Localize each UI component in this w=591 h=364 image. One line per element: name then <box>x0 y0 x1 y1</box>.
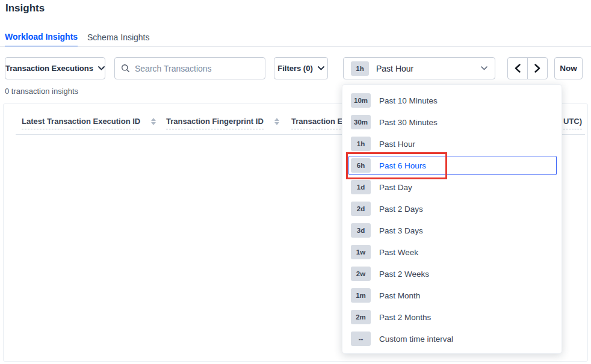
interval-label: Past Day <box>379 183 412 192</box>
interval-label: Past 3 Days <box>379 226 423 235</box>
sort-icon <box>274 118 279 125</box>
interval-badge: 2d <box>351 202 371 216</box>
interval-label: Past 6 Hours <box>379 161 426 170</box>
entity-select-button[interactable]: Transaction Executions <box>5 57 105 79</box>
interval-badge: 1w <box>351 245 371 259</box>
now-button[interactable]: Now <box>554 57 583 79</box>
tabs-divider <box>0 46 591 47</box>
time-option-2m[interactable]: 2m Past 2 Months <box>342 306 562 328</box>
time-option---[interactable]: -- Custom time interval <box>342 328 562 350</box>
chevron-down-icon <box>481 66 487 70</box>
time-option-2w[interactable]: 2w Past 2 Weeks <box>342 263 562 285</box>
interval-badge: 1m <box>351 288 371 303</box>
insights-count-status: 0 transaction insights <box>5 87 78 96</box>
chevron-right-icon <box>534 64 540 73</box>
interval-badge: 6h <box>351 158 371 173</box>
interval-badge: -- <box>351 332 371 346</box>
tab-schema-insights[interactable]: Schema Insights <box>87 27 150 47</box>
time-option-2d[interactable]: 2d Past 2 Days <box>342 198 562 220</box>
time-option-6h[interactable]: 6h Past 6 Hours <box>342 155 562 176</box>
tab-bar: Workload Insights Schema Insights <box>0 27 591 47</box>
search-box <box>114 57 265 79</box>
interval-badge: 1d <box>351 180 371 194</box>
interval-label: Past 2 Months <box>379 313 431 322</box>
search-icon <box>121 64 130 73</box>
table-column-header[interactable]: Latest Transaction Execution ID <box>22 117 156 129</box>
interval-label: Past 2 Days <box>379 205 423 214</box>
sort-icon <box>151 118 156 125</box>
time-option-10m[interactable]: 10m Past 10 Minutes <box>342 90 562 111</box>
interval-label: Past 30 Minutes <box>379 118 438 127</box>
interval-label: Past 10 Minutes <box>379 96 438 105</box>
time-option-1m[interactable]: 1m Past Month <box>342 285 562 306</box>
interval-badge: 2m <box>351 310 371 324</box>
interval-badge: 3d <box>351 223 371 238</box>
next-interval-button[interactable] <box>527 57 548 79</box>
time-option-1h[interactable]: 1h Past Hour <box>342 133 562 155</box>
time-step-buttons <box>507 57 548 79</box>
interval-label: Custom time interval <box>379 335 453 344</box>
filters-button[interactable]: Filters (0) <box>274 57 328 79</box>
chevron-down-icon <box>98 66 105 70</box>
entity-select-label: Transaction Executions <box>5 64 93 73</box>
interval-badge: 30m <box>351 115 371 129</box>
interval-badge: 10m <box>351 93 371 108</box>
time-option-1d[interactable]: 1d Past Day <box>342 176 562 198</box>
interval-label: Past Week <box>379 248 418 257</box>
table-column-header[interactable]: Transaction Fingerprint ID <box>166 117 279 129</box>
tab-workload-insights[interactable]: Workload Insights <box>5 27 78 47</box>
page-title: Insights <box>5 2 45 14</box>
table-column-header[interactable]: Transaction Ex <box>291 117 347 129</box>
interval-badge: 2w <box>351 267 371 281</box>
interval-label: Past Hour <box>379 140 415 149</box>
interval-label: Past 2 Weeks <box>379 270 429 279</box>
time-interval-picker-button[interactable]: 1h Past Hour <box>343 57 495 79</box>
chevron-down-icon <box>318 66 324 70</box>
filters-label: Filters (0) <box>277 64 313 73</box>
interval-label: Past Month <box>379 291 420 300</box>
chevron-left-icon <box>515 64 521 73</box>
time-option-1w[interactable]: 1w Past Week <box>342 241 562 263</box>
previous-interval-button[interactable] <box>507 57 528 79</box>
time-interval-label: Past Hour <box>376 64 413 73</box>
search-input[interactable] <box>135 64 259 73</box>
time-option-30m[interactable]: 30m Past 30 Minutes <box>342 111 562 133</box>
time-option-3d[interactable]: 3d Past 3 Days <box>342 220 562 241</box>
time-interval-badge: 1h <box>351 61 369 76</box>
time-interval-dropdown: 10m Past 10 Minutes 30m Past 30 Minutes … <box>342 84 562 354</box>
interval-badge: 1h <box>351 137 371 151</box>
table-column-header[interactable]: UTC) <box>563 117 582 129</box>
